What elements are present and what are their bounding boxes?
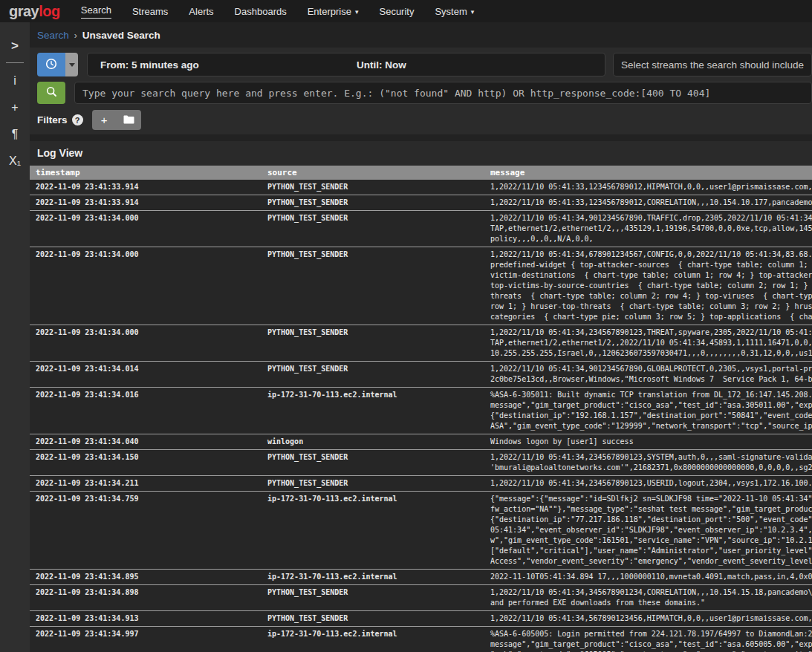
log-message: 1,2022/11/10 05:41:34,901234567890,GLOBA…	[484, 362, 812, 387]
log-timestamp: 2022-11-09 23:41:34.898	[30, 585, 262, 610]
stream-select-input[interactable]	[613, 53, 812, 76]
log-source: ip-172-31-70-113.ec2.internal	[262, 627, 484, 652]
log-row[interactable]: 2022-11-09 23:41:34.895ip-172-31-70-113.…	[30, 570, 812, 585]
expand-sidebar-icon[interactable]: >	[0, 33, 30, 59]
log-table-header: timestampsourcemessage	[30, 166, 812, 180]
timerange-display[interactable]: From: 5 minutes ago Until: Now	[87, 53, 605, 76]
log-row[interactable]: 2022-11-09 23:41:34.997ip-172-31-70-113.…	[30, 627, 812, 652]
log-source: PYTHON_TEST_SENDER	[262, 585, 484, 610]
timerange-button[interactable]	[37, 53, 65, 76]
log-source: winlogon	[262, 434, 484, 449]
log-source: PYTHON_TEST_SENDER	[262, 195, 484, 210]
search-query-input[interactable]	[74, 82, 812, 104]
log-row[interactable]: 2022-11-09 23:41:34.000PYTHON_TEST_SENDE…	[30, 211, 812, 247]
nav-item-alerts[interactable]: Alerts	[189, 0, 213, 22]
nav-item-search[interactable]: Search	[81, 0, 111, 22]
log-timestamp: 2022-11-09 23:41:34.000	[30, 211, 262, 247]
log-message: 1,2022/11/10 05:41:33,123456789012,HIPMA…	[484, 180, 812, 195]
log-timestamp: 2022-11-09 23:41:34.997	[30, 627, 262, 652]
log-source: ip-172-31-70-113.ec2.internal	[262, 492, 484, 569]
log-source: PYTHON_TEST_SENDER	[262, 247, 484, 325]
column-header-timestamp: timestamp	[30, 166, 262, 180]
log-timestamp: 2022-11-09 23:41:33.914	[30, 180, 262, 195]
log-view-title: Log View	[30, 141, 812, 166]
nav-item-streams[interactable]: Streams	[132, 0, 168, 22]
log-row[interactable]: 2022-11-09 23:41:34.040winlogonWindows l…	[30, 434, 812, 450]
plus-icon: +	[101, 114, 108, 126]
log-timestamp: 2022-11-09 23:41:33.914	[30, 195, 262, 210]
nav-item-label: System	[435, 6, 467, 17]
log-message: {"message":{"message":"id=SDlfkj2 sn=SLD…	[484, 492, 812, 569]
log-timestamp: 2022-11-09 23:41:34.895	[30, 570, 262, 584]
main-content: Search › Unsaved Search From: 5 minutes …	[30, 22, 812, 652]
column-header-message: message	[484, 166, 812, 180]
log-timestamp: 2022-11-09 23:41:34.016	[30, 388, 262, 434]
nav-item-dashboards[interactable]: Dashboards	[235, 0, 287, 22]
log-row[interactable]: 2022-11-09 23:41:34.014PYTHON_TEST_SENDE…	[30, 362, 812, 388]
log-source: ip-172-31-70-113.ec2.internal	[262, 570, 484, 584]
saved-filters-button[interactable]	[117, 110, 141, 130]
log-timestamp: 2022-11-09 23:41:34.913	[30, 611, 262, 626]
sidebar-divider	[6, 62, 24, 63]
log-timestamp: 2022-11-09 23:41:34.040	[30, 434, 262, 449]
breadcrumb-separator: ›	[74, 30, 77, 41]
nav-item-label: Dashboards	[235, 6, 287, 17]
log-row[interactable]: 2022-11-09 23:41:34.000PYTHON_TEST_SENDE…	[30, 325, 812, 362]
log-timestamp: 2022-11-09 23:41:34.759	[30, 492, 262, 569]
log-source: PYTHON_TEST_SENDER	[262, 211, 484, 247]
log-row[interactable]: 2022-11-09 23:41:34.150PYTHON_TEST_SENDE…	[30, 450, 812, 476]
filters-row: Filters ? +	[37, 110, 812, 130]
nav-item-security[interactable]: Security	[379, 0, 414, 22]
breadcrumb: Search › Unsaved Search	[30, 22, 812, 48]
log-message: 1,2022/11/10 05:41:33,123456789012,CORRE…	[484, 195, 812, 210]
query-row	[37, 82, 812, 104]
timerange-from: From: 5 minutes ago	[88, 59, 199, 71]
log-message: Windows logon by [user1] success	[484, 434, 812, 449]
log-source: PYTHON_TEST_SENDER	[262, 362, 484, 387]
description-icon[interactable]: i	[0, 68, 30, 94]
fields-icon[interactable]: X₁	[0, 148, 30, 175]
log-table: timestampsourcemessage 2022-11-09 23:41:…	[30, 166, 812, 652]
log-timestamp: 2022-11-09 23:41:34.000	[30, 325, 262, 361]
breadcrumb-search-link[interactable]: Search	[37, 30, 69, 41]
log-row[interactable]: 2022-11-09 23:41:34.000PYTHON_TEST_SENDE…	[30, 247, 812, 325]
nav-item-enterprise[interactable]: Enterprise▾	[308, 0, 359, 22]
filter-button-group: +	[92, 110, 141, 130]
log-message: 1,2022/11/10 05:41:34,234567890123,THREA…	[484, 325, 812, 361]
log-message: 1,2022/11/10 05:41:34,901234567890,TRAFF…	[484, 211, 812, 247]
log-row[interactable]: 2022-11-09 23:41:33.914PYTHON_TEST_SENDE…	[30, 180, 812, 195]
search-button[interactable]	[37, 82, 65, 104]
filters-help-icon[interactable]: ?	[72, 114, 83, 125]
logo-text-log: log	[39, 3, 60, 19]
log-source: PYTHON_TEST_SENDER	[262, 180, 484, 195]
nav-item-system[interactable]: System▾	[435, 0, 474, 22]
log-source: PYTHON_TEST_SENDER	[262, 450, 484, 475]
log-view-panel: Log View timestampsourcemessage 2022-11-…	[30, 141, 812, 652]
search-controls-panel: From: 5 minutes ago Until: Now Filters ?…	[30, 48, 812, 134]
column-header-source: source	[262, 166, 484, 180]
nav-item-label: Streams	[132, 6, 168, 17]
log-row[interactable]: 2022-11-09 23:41:34.913PYTHON_TEST_SENDE…	[30, 611, 812, 627]
nav-item-label: Security	[379, 6, 414, 17]
folder-icon	[123, 114, 134, 126]
log-row[interactable]: 2022-11-09 23:41:34.759ip-172-31-70-113.…	[30, 492, 812, 570]
log-message: 1,2022/11/10 05:41:34,234567890123,SYSTE…	[484, 450, 812, 475]
breadcrumb-current: Unsaved Search	[82, 30, 160, 41]
log-timestamp: 2022-11-09 23:41:34.150	[30, 450, 262, 475]
log-row[interactable]: 2022-11-09 23:41:34.211PYTHON_TEST_SENDE…	[30, 476, 812, 492]
log-source: PYTHON_TEST_SENDER	[262, 611, 484, 626]
chevron-down-icon: ▾	[355, 8, 359, 16]
timerange-dropdown-button[interactable]	[65, 53, 78, 76]
search-icon	[46, 86, 57, 100]
log-row[interactable]: 2022-11-09 23:41:34.016ip-172-31-70-113.…	[30, 388, 812, 434]
log-source: PYTHON_TEST_SENDER	[262, 476, 484, 491]
top-navbar: graylog SearchStreamsAlertsDashboardsEnt…	[0, 0, 812, 22]
logo-text-gray: gray	[9, 3, 39, 19]
create-icon[interactable]: +	[0, 94, 30, 121]
graylog-logo[interactable]: graylog	[9, 3, 60, 20]
add-filter-button[interactable]: +	[92, 110, 117, 130]
formatting-icon[interactable]: ¶	[0, 121, 30, 148]
log-row[interactable]: 2022-11-09 23:41:34.898PYTHON_TEST_SENDE…	[30, 585, 812, 611]
chevron-down-icon	[69, 63, 75, 67]
log-row[interactable]: 2022-11-09 23:41:33.914PYTHON_TEST_SENDE…	[30, 195, 812, 211]
